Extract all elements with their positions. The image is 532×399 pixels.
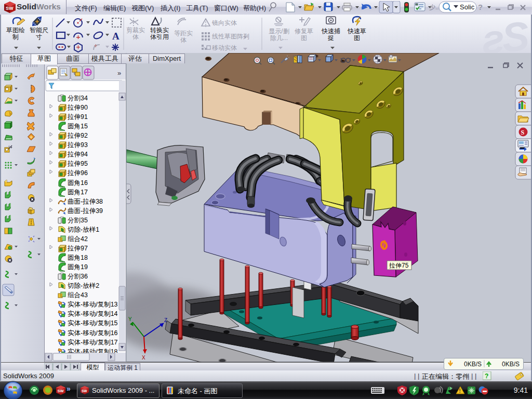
svg-text:Z: Z bbox=[164, 317, 167, 323]
svg-text:拉伸91: 拉伸91 bbox=[67, 113, 88, 121]
svg-text:Solic: Solic bbox=[460, 3, 475, 11]
svg-text:SolidWorks: SolidWorks bbox=[17, 2, 61, 11]
svg-text:拉伸90: 拉伸90 bbox=[67, 104, 88, 111]
svg-text:拉伸93: 拉伸93 bbox=[67, 141, 88, 149]
svg-text:组合43: 组合43 bbox=[68, 291, 88, 299]
svg-text:SW: SW bbox=[82, 389, 87, 393]
svg-text:实体-移动/复制14: 实体-移动/复制14 bbox=[68, 310, 118, 317]
svg-text:0KB/S: 0KB/S bbox=[464, 361, 482, 368]
svg-text:拉伸92: 拉伸92 bbox=[67, 132, 88, 139]
svg-text:分割36: 分割36 bbox=[68, 273, 88, 280]
svg-text:组合42: 组合42 bbox=[68, 235, 88, 243]
svg-text:?: ? bbox=[478, 3, 483, 11]
svg-text:分割35: 分割35 bbox=[68, 217, 88, 224]
svg-text:A: A bbox=[112, 31, 119, 42]
svg-text:圆角17: 圆角17 bbox=[68, 189, 88, 196]
svg-text:Y: Y bbox=[128, 316, 132, 322]
svg-text:SW: SW bbox=[58, 389, 64, 393]
svg-text:0KB/S: 0KB/S bbox=[502, 361, 520, 368]
svg-text:圆角19: 圆角19 bbox=[68, 263, 88, 271]
svg-text:拉伸97: 拉伸97 bbox=[67, 245, 88, 252]
svg-text:切除-放样1: 切除-放样1 bbox=[67, 226, 99, 233]
svg-text:实体-移动/复制16: 实体-移动/复制16 bbox=[68, 329, 118, 337]
svg-text:»: » bbox=[117, 69, 121, 77]
svg-text:圆角15: 圆角15 bbox=[68, 123, 88, 130]
svg-text:圆角18: 圆角18 bbox=[68, 254, 88, 261]
svg-text:少..: 少.. bbox=[429, 4, 439, 11]
svg-text:实体-移动/复制13: 实体-移动/复制13 bbox=[68, 301, 118, 308]
svg-text:!: ! bbox=[459, 388, 461, 394]
svg-text:实体-移动/复制15: 实体-移动/复制15 bbox=[68, 320, 118, 327]
svg-text:S: S bbox=[521, 129, 525, 136]
svg-text:实体-移动/复制17: 实体-移动/复制17 bbox=[68, 339, 118, 346]
svg-text:拉伸94: 拉伸94 bbox=[67, 151, 88, 158]
svg-text:X: X bbox=[142, 355, 145, 361]
svg-text:拉伸75: 拉伸75 bbox=[389, 262, 409, 269]
svg-text:?: ? bbox=[485, 373, 488, 380]
svg-text:分割34: 分割34 bbox=[68, 95, 88, 102]
svg-text:曲面-拉伸38: 曲面-拉伸38 bbox=[68, 198, 103, 205]
svg-text:曲面-拉伸39: 曲面-拉伸39 bbox=[68, 207, 103, 215]
svg-text:切除-放样2: 切除-放样2 bbox=[67, 282, 99, 289]
svg-text:拉伸95: 拉伸95 bbox=[67, 160, 88, 167]
svg-text:SW: SW bbox=[6, 6, 14, 11]
svg-text:拉伸96: 拉伸96 bbox=[67, 169, 88, 177]
svg-text:»: » bbox=[66, 385, 71, 393]
svg-text:圆角16: 圆角16 bbox=[68, 179, 88, 187]
